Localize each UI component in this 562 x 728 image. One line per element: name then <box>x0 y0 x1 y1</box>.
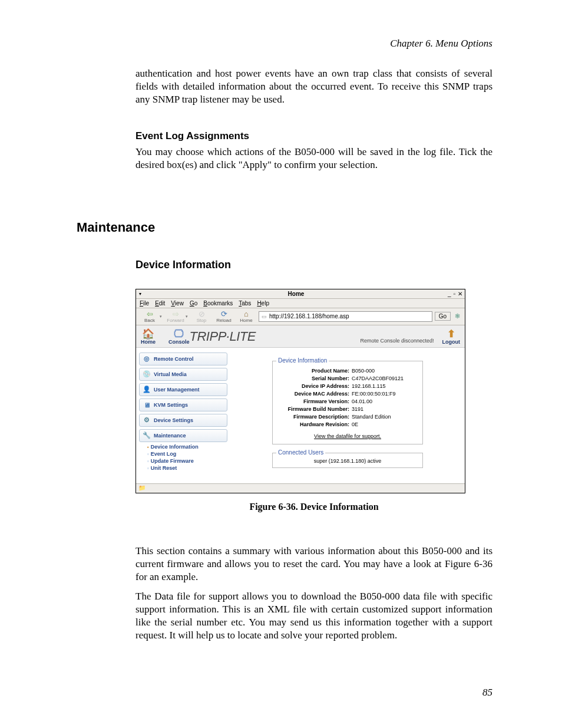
throbber-icon: ❃ <box>453 312 461 320</box>
info-row-serial-number: Serial Number: C47DAA2C0BF09121 <box>280 375 415 383</box>
forward-label: Forward <box>167 318 184 323</box>
maximize-icon[interactable]: ▫ <box>453 291 456 297</box>
sidebar-item-device-settings[interactable]: ⚙ Device Settings <box>139 414 227 427</box>
info-row-hardware-revision: Hardware Revision: 0E <box>280 421 415 429</box>
brand-logo: TRIPP·LITE <box>190 329 256 344</box>
sidebar-item-kvm-settings[interactable]: 🖥 KVM Settings <box>139 398 227 411</box>
sidebar-item-virtual-media[interactable]: 💿 Virtual Media <box>139 368 227 381</box>
submenu-update-firmware[interactable]: Update Firmware <box>147 457 227 465</box>
sidebar-label-remote-control: Remote Control <box>154 356 194 362</box>
menu-file[interactable]: File <box>140 300 149 307</box>
browser-window: ▾ Home _ ▫ ✕ File Edit View Go Bookmarks… <box>135 289 465 493</box>
stop-button[interactable]: ⊘ Stop <box>191 310 211 323</box>
lbl-build-number: Firmware Build Number: <box>280 406 352 413</box>
sidebar-item-remote-control[interactable]: ◎ Remote Control <box>139 353 227 365</box>
home-button[interactable]: ⌂ Home <box>236 310 256 323</box>
maintenance-icon: 🔧 <box>143 431 151 440</box>
menu-bookmarks[interactable]: Bookmarks <box>203 300 233 307</box>
sidebar-item-user-management[interactable]: 👤 User Management <box>139 383 227 396</box>
kvm-settings-icon: 🖥 <box>143 401 151 409</box>
back-button[interactable]: ⇦ Back <box>140 310 160 323</box>
content-area: ◎ Remote Control 💿 Virtual Media 👤 User … <box>136 348 465 483</box>
sidebar-item-maintenance[interactable]: 🔧 Maintenance <box>139 429 227 442</box>
back-dropdown-icon[interactable]: ▾ <box>160 314 162 319</box>
lbl-serial-number: Serial Number: <box>280 375 352 383</box>
figure-container: ▾ Home _ ▫ ✕ File Edit View Go Bookmarks… <box>135 289 492 493</box>
menu-help[interactable]: Help <box>257 300 269 307</box>
window-menu-icon[interactable]: ▾ <box>136 291 144 297</box>
info-row-ip-address: Device IP Address: 192.168.1.115 <box>280 383 415 390</box>
info-row-mac-address: Device MAC Address: FE:00:00:50:01:F9 <box>280 390 415 398</box>
device-information-box: Device Information Product Name: B050-00… <box>272 361 423 444</box>
summary-paragraph-1: This section contains a summary with var… <box>135 545 492 583</box>
submenu-unit-reset[interactable]: Unit Reset <box>147 465 227 472</box>
lbl-hardware-revision: Hardware Revision: <box>280 421 352 429</box>
statusbar-folder-icon: 📁 <box>138 485 146 491</box>
close-icon[interactable]: ✕ <box>458 291 463 297</box>
info-row-firmware-description: Firmware Description: Standard Edition <box>280 413 415 421</box>
stop-icon: ⊘ <box>199 310 205 318</box>
device-settings-icon: ⚙ <box>143 416 151 424</box>
back-icon: ⇦ <box>147 310 153 318</box>
home-icon: ⌂ <box>244 310 249 318</box>
device-info-heading: Device Information <box>135 259 492 271</box>
browser-statusbar: 📁 <box>136 483 465 493</box>
lbl-ip-address: Device IP Address: <box>280 383 352 390</box>
browser-toolbar: ⇦ Back ▾ ⇨ Forward ▾ ⊘ Stop ⟳ Reload <box>136 308 465 325</box>
menu-view[interactable]: View <box>171 300 184 307</box>
header-console-label: Console <box>168 339 190 345</box>
val-mac-address: FE:00:00:50:01:F9 <box>352 390 415 398</box>
forward-button[interactable]: ⇨ Forward <box>166 310 186 323</box>
main-panel: Device Information Product Name: B050-00… <box>230 348 465 483</box>
home-label: Home <box>240 318 252 323</box>
menu-tabs[interactable]: Tabs <box>239 300 251 307</box>
lbl-product-name: Product Name: <box>280 367 352 375</box>
reload-label: Reload <box>216 318 231 323</box>
sidebar-label-kvm-settings: KVM Settings <box>154 402 188 408</box>
connected-user-row: super (192.168.1.180) active <box>280 458 415 464</box>
forward-dropdown-icon[interactable]: ▾ <box>186 314 188 319</box>
lbl-firmware-description: Firmware Description: <box>280 413 352 421</box>
window-titlebar: ▾ Home _ ▫ ✕ <box>136 289 465 299</box>
device-information-legend: Device Information <box>276 357 329 364</box>
connected-users-legend: Connected Users <box>276 449 325 456</box>
info-row-product-name: Product Name: B050-000 <box>280 367 415 375</box>
url-text: http://192.168.1.188/home.asp <box>269 313 349 319</box>
menu-go[interactable]: Go <box>190 300 197 307</box>
header-console-icon: 🖵 <box>174 329 184 339</box>
sidebar-label-device-settings: Device Settings <box>154 417 193 423</box>
window-title: Home <box>144 291 448 297</box>
info-row-firmware-version: Firmware Version: 04.01.00 <box>280 398 415 406</box>
minimize-icon[interactable]: _ <box>448 291 452 297</box>
stop-label: Stop <box>197 318 206 323</box>
lbl-firmware-version: Firmware Version: <box>280 398 352 406</box>
reload-button[interactable]: ⟳ Reload <box>214 310 234 323</box>
info-row-build-number: Firmware Build Number: 3191 <box>280 406 415 413</box>
event-log-paragraph: You may choose which actions of the B050… <box>135 146 492 172</box>
submenu-device-information[interactable]: Device Information <box>147 443 227 450</box>
go-button[interactable]: Go <box>435 312 451 321</box>
page-icon: ▭ <box>262 314 267 319</box>
menu-edit[interactable]: Edit <box>155 300 165 307</box>
header-home-label: Home <box>141 339 156 345</box>
address-bar[interactable]: ▭ http://192.168.1.188/home.asp <box>259 311 432 322</box>
remote-console-status: Remote Console disconnected! <box>256 330 442 344</box>
submenu-event-log[interactable]: Event Log <box>147 450 227 457</box>
summary-paragraph-2: The Data file for support allows you to … <box>135 590 492 641</box>
support-datafile-link[interactable]: View the datafile for support. <box>280 433 415 439</box>
maintenance-heading: Maintenance <box>77 220 492 235</box>
val-ip-address: 192.168.1.115 <box>352 383 415 390</box>
browser-menubar: File Edit View Go Bookmarks Tabs Help <box>136 299 465 308</box>
window-controls: _ ▫ ✕ <box>448 291 465 297</box>
sidebar-label-user-management: User Management <box>154 387 200 393</box>
connected-users-box: Connected Users super (192.168.1.180) ac… <box>272 453 423 468</box>
back-label: Back <box>144 318 155 323</box>
sidebar-label-virtual-media: Virtual Media <box>154 371 187 377</box>
header-home-link[interactable]: 🏠 Home <box>141 329 156 345</box>
header-logout-link[interactable]: ⬆ Logout <box>442 329 461 345</box>
maintenance-submenu: Device Information Event Log Update Firm… <box>139 443 227 472</box>
header-console-link[interactable]: 🖵 Console <box>168 329 190 345</box>
page-number: 85 <box>482 687 492 699</box>
val-serial-number: C47DAA2C0BF09121 <box>352 375 415 383</box>
val-product-name: B050-000 <box>352 367 415 375</box>
